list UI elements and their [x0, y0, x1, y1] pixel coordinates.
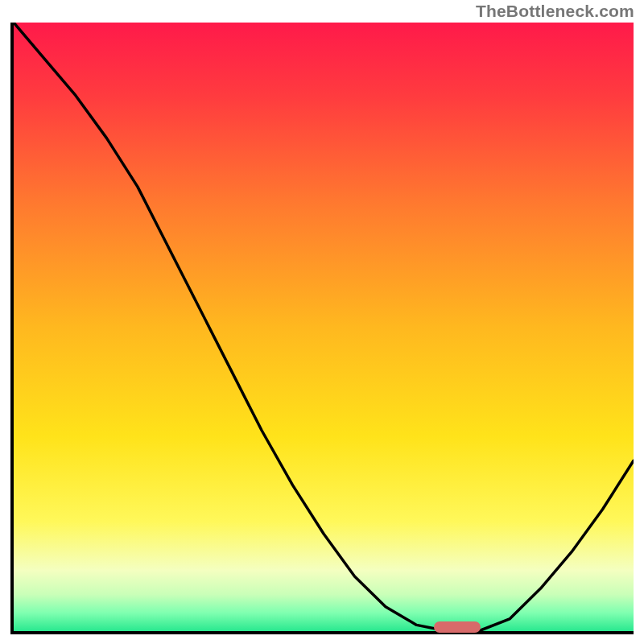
watermark-text: TheBottleneck.com — [476, 2, 634, 21]
optimum-marker — [434, 621, 481, 633]
chart-svg — [14, 23, 634, 631]
chart-area — [10, 23, 634, 634]
gradient-background — [14, 23, 634, 631]
